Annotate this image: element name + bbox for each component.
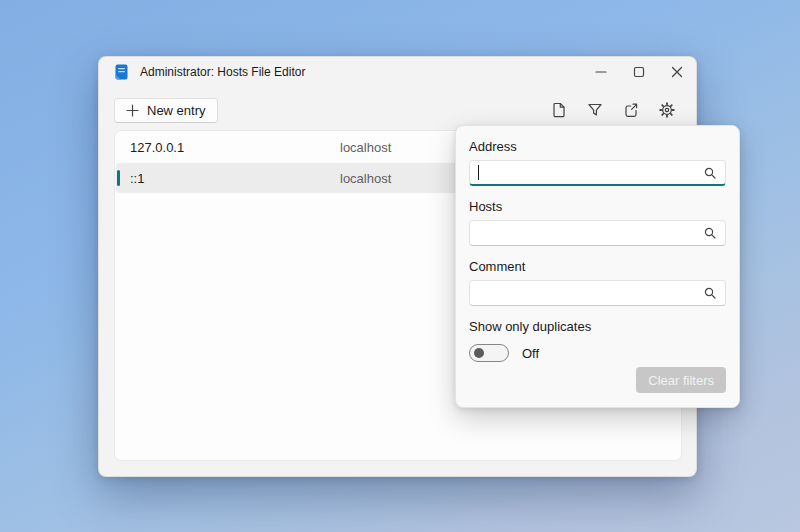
entry-hosts: localhost: [340, 171, 391, 186]
file-icon: [551, 102, 567, 118]
minimize-icon: [595, 66, 607, 78]
window-title: Administrator: Hosts File Editor: [140, 65, 305, 79]
duplicates-toggle-row: Off: [469, 344, 726, 362]
toggle-state-label: Off: [522, 346, 539, 361]
open-file-button[interactable]: [545, 97, 573, 123]
filter-icon: [587, 102, 603, 118]
new-entry-button[interactable]: New entry: [114, 98, 218, 123]
filter-button[interactable]: [581, 97, 609, 123]
comment-label: Comment: [469, 259, 726, 274]
titlebar[interactable]: Administrator: Hosts File Editor: [99, 57, 696, 87]
plus-icon: [126, 104, 139, 117]
search-icon: [704, 287, 716, 299]
address-label: Address: [469, 139, 726, 154]
open-external-button[interactable]: [617, 97, 645, 123]
settings-gear-icon: [659, 102, 675, 118]
comment-filter-input[interactable]: [469, 280, 726, 306]
search-icon: [704, 167, 716, 179]
open-external-icon: [623, 102, 639, 118]
search-icon: [704, 227, 716, 239]
entry-hosts: localhost: [340, 140, 391, 155]
app-icon: [114, 64, 129, 80]
window-controls: [582, 57, 696, 87]
selection-indicator: [117, 170, 120, 186]
maximize-button[interactable]: [620, 57, 658, 87]
settings-button[interactable]: [653, 97, 681, 123]
toolbar: New entry: [99, 97, 696, 123]
close-button[interactable]: [658, 57, 696, 87]
maximize-icon: [633, 66, 645, 78]
text-caret: [478, 165, 479, 180]
close-icon: [671, 66, 683, 78]
hosts-label: Hosts: [469, 199, 726, 214]
minimize-button[interactable]: [582, 57, 620, 87]
toolbar-icon-group: [545, 97, 681, 123]
entry-address: ::1: [130, 171, 340, 186]
clear-filters-button[interactable]: Clear filters: [636, 367, 726, 393]
duplicates-toggle[interactable]: [469, 344, 509, 362]
filter-flyout: Address Hosts Comment Show only duplicat…: [455, 125, 740, 408]
entry-address: 127.0.0.1: [130, 140, 340, 155]
hosts-filter-input[interactable]: [469, 220, 726, 246]
duplicates-label: Show only duplicates: [469, 319, 726, 334]
new-entry-label: New entry: [147, 103, 206, 118]
toggle-knob: [474, 348, 484, 358]
address-filter-input[interactable]: [469, 160, 726, 186]
